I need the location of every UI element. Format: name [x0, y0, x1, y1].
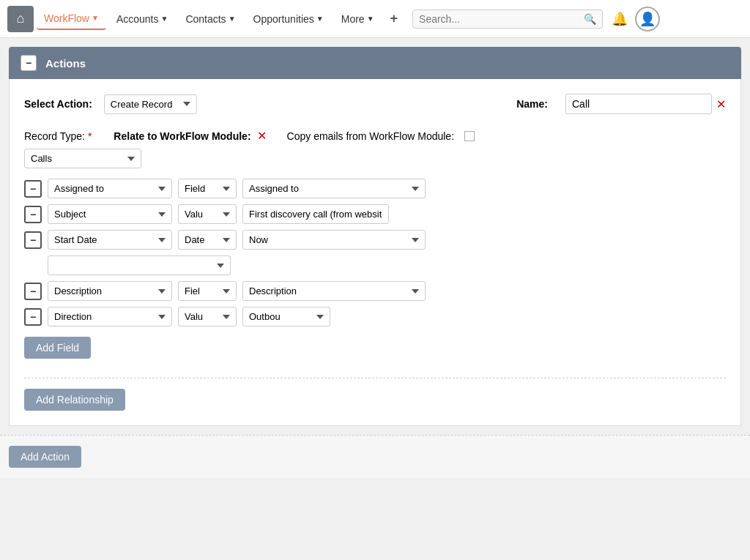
- nav-accounts-label: Accounts: [116, 13, 159, 25]
- nav-contacts-arrow: ▼: [229, 15, 236, 23]
- nav-opportunities-arrow: ▼: [316, 15, 324, 23]
- nav-contacts-label: Contacts: [185, 13, 226, 25]
- record-type-label-wrap: Record Type: *: [24, 130, 92, 142]
- nav-item-more[interactable]: More ▼: [334, 9, 382, 29]
- field-type-dropdown[interactable]: ValuFieldDate: [178, 204, 237, 224]
- field-name-dropdown[interactable]: DirectionAssigned toSubjectStart DateDes…: [48, 307, 172, 326]
- remove-field-button[interactable]: −: [24, 180, 42, 198]
- field-value-dropdown[interactable]: Assigned toDescription: [242, 179, 426, 198]
- relate-x-icon: ✕: [257, 129, 267, 143]
- table-row: − SubjectAssigned toStart DateDescriptio…: [24, 204, 726, 224]
- search-icon: 🔍: [584, 13, 596, 25]
- table-row: − Start DateAssigned toSubjectDescriptio…: [24, 230, 726, 250]
- home-button[interactable]: ⌂: [7, 6, 34, 32]
- record-type-dropdown[interactable]: Calls Meetings Tasks: [24, 149, 141, 168]
- select-action-dropdown[interactable]: Create Record Send Email Calculate Field…: [104, 94, 197, 114]
- field-value-dropdown[interactable]: NowTodayTomorrow: [242, 230, 426, 250]
- table-row: − Assigned toSubjectStart DateDescriptio…: [24, 179, 726, 198]
- field-type-dropdown[interactable]: FielValueDate: [178, 281, 237, 301]
- name-input[interactable]: [565, 94, 712, 114]
- select-action-row: Select Action: Create Record Send Email …: [24, 94, 726, 114]
- nav-item-workflow[interactable]: WorkFlow ▼: [37, 8, 106, 30]
- nav-workflow-arrow: ▼: [92, 14, 99, 22]
- section-divider: [24, 378, 726, 378]
- bottom-bar: Add Action: [0, 435, 750, 478]
- actions-header: − Actions: [9, 47, 741, 79]
- name-input-wrap: ✕: [565, 94, 726, 114]
- extra-field-row: Option1: [24, 255, 726, 275]
- nav-item-contacts[interactable]: Contacts ▼: [178, 9, 242, 29]
- nav-workflow-label: WorkFlow: [44, 12, 89, 24]
- field-name-dropdown[interactable]: Assigned toSubjectStart DateDescriptionD…: [48, 179, 172, 198]
- actions-title: Actions: [45, 57, 86, 70]
- nav-search-box: 🔍: [412, 10, 603, 29]
- field-rows: − Assigned toSubjectStart DateDescriptio…: [24, 179, 726, 326]
- remove-field-button[interactable]: −: [24, 283, 42, 300]
- field-type-dropdown[interactable]: DateFieldValue: [178, 230, 237, 250]
- extra-field-dropdown[interactable]: Option1: [48, 255, 231, 275]
- add-field-button[interactable]: Add Field: [24, 337, 91, 359]
- nav-right-area: 🔔 👤: [612, 7, 660, 31]
- add-action-button[interactable]: Add Action: [9, 446, 81, 468]
- relate-row: Relate to WorkFlow Module: ✕ Copy emails…: [114, 129, 475, 143]
- field-type-dropdown[interactable]: FieldValueDate: [178, 179, 237, 198]
- bell-icon[interactable]: 🔔: [612, 11, 628, 27]
- remove-field-button[interactable]: −: [24, 206, 42, 223]
- relate-label: Relate to WorkFlow Module:: [114, 130, 250, 142]
- field-value-input[interactable]: [242, 204, 389, 224]
- table-row: − DirectionAssigned toSubjectStart DateD…: [24, 307, 726, 326]
- nav-more-arrow: ▼: [367, 15, 374, 23]
- nav-opportunities-label: Opportunities: [253, 13, 314, 25]
- field-name-dropdown[interactable]: DescriptionAssigned toSubjectStart DateD…: [48, 281, 172, 301]
- remove-field-button[interactable]: −: [24, 231, 42, 249]
- nav-plus-button[interactable]: +: [385, 8, 404, 29]
- record-type-section: Record Type: * Relate to WorkFlow Module…: [24, 129, 726, 168]
- select-action-label: Select Action:: [24, 98, 92, 110]
- search-input[interactable]: [419, 13, 584, 25]
- close-icon[interactable]: ✕: [716, 97, 726, 111]
- field-value-dropdown[interactable]: OutbouInbound: [242, 307, 330, 326]
- required-marker: *: [88, 130, 92, 142]
- record-type-row: Record Type: * Relate to WorkFlow Module…: [24, 129, 726, 143]
- avatar-button[interactable]: 👤: [635, 7, 660, 31]
- field-type-dropdown[interactable]: ValuFieldDate: [178, 307, 237, 326]
- copy-label: Copy emails from WorkFlow Module:: [287, 130, 454, 142]
- copy-checkbox[interactable]: [464, 131, 475, 141]
- nav-item-opportunities[interactable]: Opportunities ▼: [246, 9, 331, 29]
- field-name-dropdown[interactable]: SubjectAssigned toStart DateDescriptionD…: [48, 204, 172, 224]
- record-type-label: Record Type:: [24, 130, 85, 142]
- nav-more-label: More: [341, 13, 365, 25]
- record-type-select-row: Calls Meetings Tasks: [24, 149, 726, 168]
- field-value-dropdown[interactable]: DescriptionAssigned to: [242, 281, 426, 301]
- collapse-button[interactable]: −: [21, 55, 37, 71]
- remove-field-button[interactable]: −: [24, 308, 42, 326]
- nav-item-accounts[interactable]: Accounts ▼: [109, 9, 176, 29]
- name-label: Name:: [516, 98, 548, 110]
- add-relationship-button[interactable]: Add Relationship: [24, 389, 125, 411]
- field-name-dropdown[interactable]: Start DateAssigned toSubjectDescriptionD…: [48, 230, 172, 250]
- main-content: Select Action: Create Record Send Email …: [9, 79, 741, 426]
- table-row: − DescriptionAssigned toSubjectStart Dat…: [24, 281, 726, 301]
- nav-accounts-arrow: ▼: [160, 15, 168, 23]
- navbar: ⌂ WorkFlow ▼ Accounts ▼ Contacts ▼ Oppor…: [0, 0, 750, 38]
